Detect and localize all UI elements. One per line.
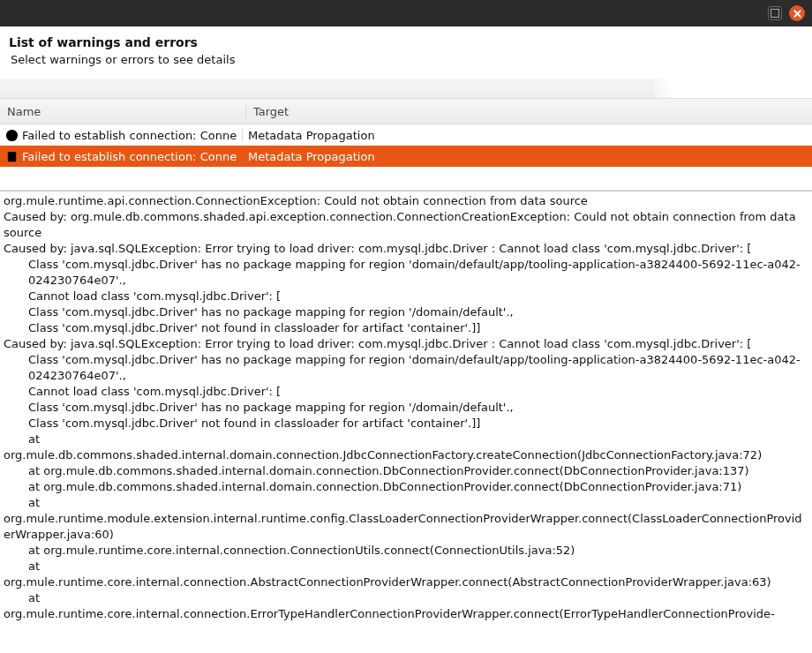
maximize-button[interactable]	[768, 6, 782, 20]
details-panel[interactable]: org.mule.runtime.api.connection.Connecti…	[0, 191, 812, 653]
column-header-target[interactable]: Target	[246, 105, 812, 118]
table-row[interactable]: Failed to establish connection: Connecti…	[0, 146, 812, 167]
stacktrace-line: Class 'com.mysql.jdbc.Driver' not found …	[4, 416, 808, 432]
stacktrace-line: at	[4, 495, 808, 511]
cell-target: Metadata Propagation	[243, 150, 812, 163]
stacktrace-line: at	[4, 432, 808, 447]
dialog-header: List of warnings and errors Select warni…	[0, 26, 812, 73]
stacktrace-line: Caused by: java.sql.SQLException: Error …	[4, 241, 808, 257]
table-body: Failed to establish connection: Connecti…	[0, 124, 812, 190]
cell-name: Failed to establish connection: Connecti…	[0, 150, 243, 163]
stacktrace-line: org.mule.runtime.core.internal.connectio…	[4, 606, 808, 622]
cell-name: Failed to establish connection: Connecti…	[0, 129, 243, 142]
stacktrace-line: at	[4, 559, 808, 574]
dialog-subtitle: Select warnings or errors to see details	[11, 53, 803, 66]
stacktrace-line: Class 'com.mysql.jdbc.Driver' has no pac…	[4, 257, 808, 289]
stacktrace-line: org.mule.runtime.core.internal.connectio…	[4, 574, 808, 590]
stacktrace-line: Caused by: java.sql.SQLException: Error …	[4, 336, 808, 352]
close-button[interactable]	[789, 5, 805, 21]
stacktrace-line: org.mule.runtime.module.extension.intern…	[4, 511, 808, 543]
stacktrace-line: at	[4, 590, 808, 606]
stacktrace-line: Class 'com.mysql.jdbc.Driver' has no pac…	[4, 304, 808, 320]
dialog-title: List of warnings and errors	[9, 35, 803, 49]
column-header-name[interactable]: Name	[0, 105, 246, 118]
table-header: Name Target	[0, 99, 812, 124]
stacktrace-line: at org.mule.db.commons.shaded.internal.d…	[4, 479, 808, 495]
stacktrace-line: org.mule.db.commons.shaded.internal.doma…	[4, 447, 808, 463]
stacktrace-line: org.mule.runtime.api.connection.Connecti…	[4, 193, 808, 209]
cell-target: Metadata Propagation	[243, 129, 812, 142]
problems-table: Name Target Failed to establish connecti…	[0, 99, 812, 191]
window-titlebar	[0, 0, 812, 26]
stacktrace-line: Class 'com.mysql.jdbc.Driver' not found …	[4, 320, 808, 336]
stacktrace-line: Cannot load class 'com.mysql.jdbc.Driver…	[4, 384, 808, 400]
table-row[interactable]: Failed to establish connection: Connecti…	[0, 124, 812, 146]
stacktrace-line: at org.mule.runtime.core.internal.connec…	[4, 543, 808, 559]
stacktrace-line: Cannot load class 'com.mysql.jdbc.Driver…	[4, 289, 808, 304]
warning-icon	[5, 150, 19, 163]
error-icon	[5, 129, 19, 142]
stacktrace-line: Class 'com.mysql.jdbc.Driver' has no pac…	[4, 352, 808, 384]
row-name-label: Failed to establish connection: Connecti…	[22, 129, 237, 142]
stacktrace-line: Class 'com.mysql.jdbc.Driver' has no pac…	[4, 400, 808, 416]
stacktrace-line: Caused by: org.mule.db.commons.shaded.ap…	[4, 209, 808, 241]
row-name-label: Failed to establish connection: Connecti…	[22, 150, 237, 163]
close-icon	[791, 7, 804, 20]
header-banner	[0, 79, 812, 99]
stacktrace-line: at org.mule.db.commons.shaded.internal.d…	[4, 463, 808, 479]
